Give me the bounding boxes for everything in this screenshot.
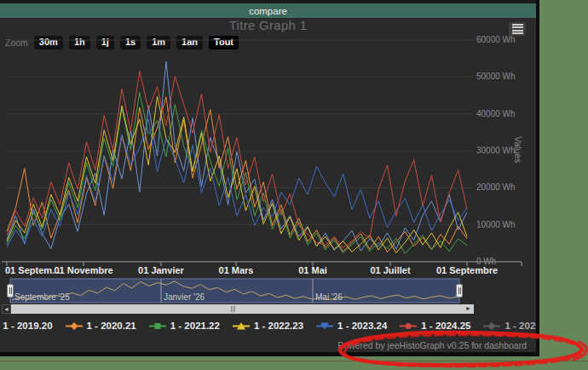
legend-label: 1 - 2024.25 bbox=[421, 321, 470, 331]
x-axis-tick-label: 01 Janvier bbox=[138, 265, 184, 275]
legend-label: 1 - 2022.23 bbox=[254, 321, 303, 331]
y-axis-tick-label: 20000 Wh bbox=[476, 182, 516, 192]
legend-item-12024.25[interactable]: 1 - 2024.25 bbox=[400, 321, 470, 331]
y-axis-tick-label: 50000 Wh bbox=[476, 72, 516, 81]
legend-label: 1 - 2023.24 bbox=[337, 321, 387, 331]
y-axis-title: Values bbox=[513, 136, 523, 163]
legend-item-12023.24[interactable]: 1 - 2023.24 bbox=[316, 321, 387, 331]
series-line bbox=[7, 71, 467, 247]
legend-label: 1 - 2020.21 bbox=[87, 321, 136, 331]
compare-title-bar: compare bbox=[0, 3, 536, 18]
legend-marker-square-icon bbox=[149, 321, 166, 331]
window-shadow-edge bbox=[0, 361, 588, 361]
y-axis-tick-label: 40000 Wh bbox=[476, 109, 516, 119]
x-axis-tick-label: 01 Mai bbox=[298, 265, 327, 275]
legend-label: 1 - 2021.22 bbox=[170, 321, 220, 331]
navigator-left-handle[interactable] bbox=[7, 284, 14, 298]
y-axis-tick-label: 30000 Wh bbox=[476, 146, 516, 155]
navigator-range-label: Janvier '26 bbox=[164, 292, 205, 302]
legend-marker-circle-icon bbox=[400, 321, 417, 331]
y-axis-tick-label: 60000 Wh bbox=[476, 35, 516, 44]
legend-marker-diamond-icon bbox=[483, 321, 500, 331]
chart-title: Titre Graph 1 bbox=[0, 18, 536, 32]
legend-marker-triangle-down-icon bbox=[316, 321, 333, 331]
legend-label: 1 - 2019.20 bbox=[3, 321, 52, 331]
x-axis-tick-label: 01 Novembre bbox=[54, 265, 112, 275]
chart-legend: 1 - 2019.201 - 2020.211 - 2021.221 - 202… bbox=[0, 321, 536, 331]
legend-marker-triangle-icon bbox=[233, 321, 250, 331]
legend-item-12022.23[interactable]: 1 - 2022.23 bbox=[233, 321, 303, 331]
x-axis-tick-label: 01 Septembre bbox=[436, 265, 498, 275]
chart-window: compare Titre Graph 1 Zoom 30m1h1j1s1m1a… bbox=[0, 0, 539, 356]
legend-marker-diamond-icon bbox=[66, 321, 83, 331]
x-axis-tick-label: 01 Septem... bbox=[5, 265, 60, 275]
navigator-right-handle[interactable] bbox=[456, 284, 463, 298]
series-line bbox=[7, 93, 467, 254]
main-chart-plot[interactable] bbox=[0, 34, 539, 269]
legend-item-12021.22[interactable]: 1 - 2021.22 bbox=[149, 321, 220, 331]
series-line bbox=[7, 61, 467, 251]
navigator-range-label: Mai '26 bbox=[315, 292, 343, 302]
scrollbar-grip-icon[interactable] bbox=[231, 306, 235, 312]
scrollbar-track[interactable] bbox=[11, 304, 463, 314]
navigator-range-label: Septembre '25 bbox=[14, 292, 70, 302]
scrollbar-left-arrow-icon[interactable]: ◄ bbox=[2, 304, 11, 314]
compare-label: compare bbox=[249, 6, 287, 16]
x-axis-tick-label: 01 Juillet bbox=[370, 265, 410, 275]
credits-link[interactable]: Powered by jeeHistoGraph v0.25 for dashb… bbox=[337, 340, 527, 350]
series-line bbox=[7, 97, 467, 252]
legend-item-12019.20[interactable]: 1 - 2019.20 bbox=[0, 321, 53, 331]
y-axis-tick-label: 10000 Wh bbox=[476, 220, 516, 229]
legend-label: 1 - 2025.26 bbox=[504, 321, 539, 331]
series-line bbox=[7, 96, 467, 253]
x-axis-tick-label: 01 Mars bbox=[219, 265, 254, 275]
scrollbar-right-arrow-icon[interactable]: ► bbox=[463, 304, 474, 314]
legend-item-12025.26[interactable]: 1 - 2025.26 bbox=[483, 321, 539, 331]
legend-item-12020.21[interactable]: 1 - 2020.21 bbox=[66, 321, 136, 331]
